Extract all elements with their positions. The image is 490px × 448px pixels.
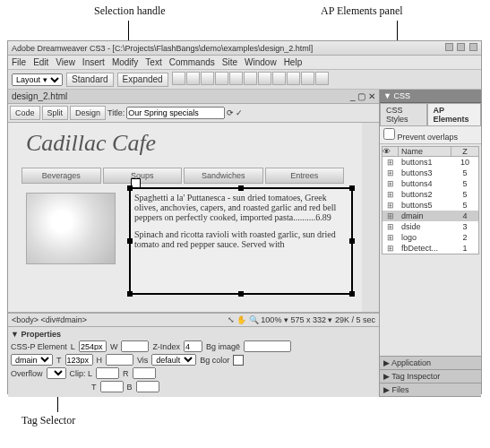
T-field[interactable] [65,354,93,366]
menu-site[interactable]: Site [222,57,237,67]
css-panel-header[interactable]: ▼ CSS [380,90,481,103]
logo-text: Cadillac Cafe [26,130,156,157]
bgimg-field[interactable] [244,340,291,352]
z-col[interactable]: Z [451,147,478,156]
ap-element-row[interactable]: ⊞buttons35 [383,168,478,178]
insert-icon[interactable] [315,72,329,85]
menu-file[interactable]: File [12,57,26,67]
ap-element-row[interactable]: ⊞dside3 [383,221,478,232]
L-field[interactable] [79,340,107,352]
menu-view[interactable]: View [56,57,75,67]
vis-icon[interactable]: ⊞ [383,190,399,199]
vis-icon[interactable]: ⊞ [383,222,399,231]
vis-icon[interactable]: ⊞ [383,211,399,220]
prevent-overlaps-check[interactable] [383,128,395,140]
insert-icon[interactable] [244,72,257,85]
nav-item[interactable]: Entrees [265,168,345,184]
toolbar-icon[interactable]: ✓ [236,108,243,117]
vis-icon[interactable]: ⊞ [383,179,399,188]
menu-insert[interactable]: Insert [82,57,105,67]
props-header[interactable]: ▼ Properties [11,330,376,339]
ap-element-row[interactable]: ⊞buttons45 [383,178,478,189]
menu-window[interactable]: Window [245,57,277,67]
W-field[interactable] [121,340,149,352]
window-controls [443,43,477,53]
row-name: dside [399,222,451,231]
vis-select[interactable]: default [151,354,196,366]
nav-bar: Beverages Soups Sandwiches Entrees [21,168,344,184]
min-button[interactable] [445,43,453,51]
side-bottom: ▶ Application ▶ Tag Inspector ▶ Files [380,356,481,397]
tab-ap-elements[interactable]: AP Elements [427,103,481,126]
layout-expanded[interactable]: Expanded [117,73,168,87]
insert-icon[interactable] [201,72,214,85]
layout-standard[interactable]: Standard [66,73,114,87]
vis-icon[interactable]: ⊞ [383,158,399,167]
doc-tab[interactable]: design_2.html _ ▢ ✕ [8,90,379,104]
zindex-field[interactable] [184,340,202,352]
insert-icon[interactable] [287,72,300,85]
insert-icon[interactable] [258,72,271,85]
name-col[interactable]: Name [399,147,451,156]
panel-application[interactable]: ▶ Application [380,357,481,370]
callout-text: Tag Selector [21,414,75,426]
overflow-select[interactable] [47,367,66,379]
ap-element-row[interactable]: ⊞dmain4 [383,211,478,221]
insert-icon[interactable] [186,72,200,85]
eye-col[interactable]: 👁 [383,147,399,156]
prevent-overlaps-label: Prevent overlaps [398,133,459,142]
menu-commands[interactable]: Commands [169,57,215,67]
menu-help[interactable]: Help [284,57,303,67]
H-field[interactable] [106,354,133,366]
view-code[interactable]: Code [10,106,40,120]
nav-item[interactable]: Beverages [21,168,101,184]
ap-element-row[interactable]: ⊞buttons55 [383,200,478,211]
clip-r[interactable] [133,367,156,379]
menu-text[interactable]: Text [145,57,161,67]
clip-t[interactable] [100,381,124,392]
nav-item[interactable]: Sandwiches [184,168,263,184]
design-view[interactable]: Cadillac Cafe Beverages Soups Sandwiches… [8,123,379,313]
menu-bar: File Edit View Insert Modify Text Comman… [8,56,481,70]
doc-tab-controls: _ ▢ ✕ [350,91,375,101]
title-label: Title: [107,108,125,117]
insert-category[interactable]: Layout ▾ [12,73,63,86]
side-panels: ▼ CSS CSS Styles AP Elements Prevent ove… [380,90,481,397]
close-button[interactable] [469,43,477,51]
element-kind: CSS-P Element [11,342,67,351]
vis-icon[interactable]: ⊞ [383,201,399,210]
insert-icon[interactable] [215,72,228,85]
ap-element-row[interactable]: ⊞logo2 [383,232,478,243]
panel-tag-inspector[interactable]: ▶ Tag Inspector [380,370,481,383]
title-field[interactable] [126,107,225,119]
vis-icon[interactable]: ⊞ [383,168,399,177]
insert-icon[interactable] [301,72,314,85]
clip-l[interactable] [96,367,119,379]
vis-icon[interactable]: ⊞ [383,244,399,253]
selected-ap-div[interactable]: Spaghetti a la' Puttanesca - sun dried t… [129,187,353,295]
food-image [26,193,116,264]
vis-icon[interactable]: ⊞ [383,233,399,242]
ap-element-row[interactable]: ⊞buttons110 [383,157,478,168]
ap-element-row[interactable]: ⊞buttons25 [383,189,478,200]
insert-icon[interactable] [229,72,243,85]
bgcolor-swatch[interactable] [233,355,244,366]
menu-edit[interactable]: Edit [33,57,48,67]
ap-element-row[interactable]: ⊞fbDetect...1 [383,243,478,254]
para: Spaghetti a la' Puttanesca - sun dried t… [131,189,351,226]
view-split[interactable]: Split [42,106,69,120]
clip-b[interactable] [136,381,159,392]
nav-item[interactable]: Soups [103,168,183,184]
toolbar-icon[interactable]: ⟳ [227,108,234,117]
menu-modify[interactable]: Modify [112,57,138,67]
ap-elements-list: 👁 Name Z ⊞buttons110⊞buttons35⊞buttons45… [382,146,479,254]
max-button[interactable] [457,43,465,51]
view-design[interactable]: Design [70,106,106,120]
id-select[interactable]: dmain [11,354,53,366]
panel-files[interactable]: ▶ Files [380,383,481,397]
insert-icon[interactable] [272,72,286,85]
insert-icon[interactable] [172,72,185,85]
window-title: Adobe Dreamweaver CS3 - [C:\Projects\Fla… [12,44,313,53]
tag-selector[interactable]: <body> <div#dmain> [12,315,87,324]
tab-css-styles[interactable]: CSS Styles [380,103,427,126]
